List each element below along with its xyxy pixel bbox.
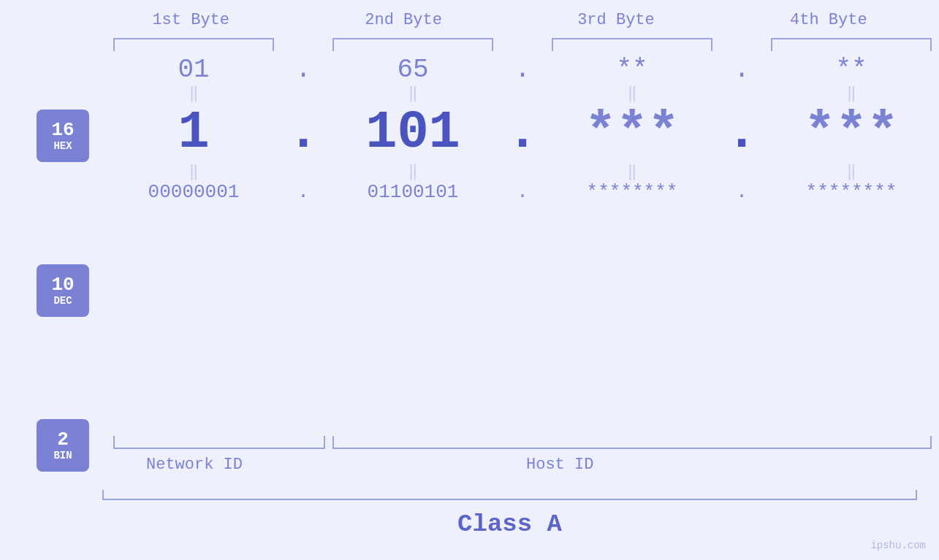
- byte-header-row: 1st Byte 2nd Byte 3rd Byte 4th Byte: [102, 11, 917, 29]
- class-label: Class A: [457, 510, 562, 538]
- eq1-b3: ‖: [541, 89, 723, 99]
- top-bracket-2: [332, 38, 493, 51]
- dot1-dec: .: [285, 103, 322, 163]
- bin-badge-label: BIN: [53, 450, 72, 461]
- eq2-b3: ‖: [541, 167, 723, 177]
- eq1-b2: ‖: [322, 89, 504, 99]
- byte4-bin-value: ********: [806, 181, 897, 203]
- dot1-bin: .: [285, 181, 322, 203]
- dot3-hex: .: [723, 55, 760, 85]
- badges-column: 16 HEX 10 DEC 2 BIN: [37, 110, 89, 472]
- byte1-bin-value: 00000001: [148, 181, 240, 203]
- byte2-bin-value: 01100101: [368, 181, 459, 203]
- bottom-bracket-network: [113, 436, 325, 449]
- bin-badge: 2 BIN: [37, 419, 89, 472]
- dot3-bin: .: [723, 181, 760, 203]
- eq2-b2: ‖: [322, 167, 504, 177]
- byte1-hex: 01: [102, 55, 285, 85]
- byte-label-2: 2nd Byte: [315, 11, 492, 29]
- dot2-bin: .: [504, 181, 541, 203]
- byte-label-3: 3rd Byte: [528, 11, 704, 29]
- network-id-label: Network ID: [146, 456, 243, 474]
- dec-badge-label: DEC: [53, 295, 72, 307]
- byte-label-4: 4th Byte: [740, 11, 917, 29]
- eq1-b4: ‖: [760, 89, 939, 99]
- host-id-label: Host ID: [526, 456, 593, 474]
- byte2-dec-value: 101: [365, 103, 460, 163]
- byte4-hex: **: [760, 55, 939, 85]
- watermark: ipshu.com: [870, 540, 926, 551]
- eq2-b1: ‖: [102, 167, 285, 177]
- byte4-dec: ***: [760, 103, 939, 163]
- bottom-bracket-host: [332, 436, 932, 449]
- byte1-dec: 1: [102, 103, 285, 163]
- dot2-hex: .: [504, 55, 541, 85]
- top-bracket-3: [552, 38, 712, 51]
- byte2-dec: 101: [322, 103, 504, 163]
- byte-label-1: 1st Byte: [102, 11, 279, 29]
- dot1-hex: .: [285, 55, 322, 85]
- byte4-dec-value: ***: [804, 103, 899, 163]
- top-bracket-1: [113, 38, 274, 51]
- byte1-hex-value: 01: [178, 55, 209, 85]
- main-container: 16 HEX 10 DEC 2 BIN 1st Byte 2nd Byte 3r…: [0, 0, 939, 560]
- byte2-hex: 65: [322, 55, 504, 85]
- dec-badge-number: 10: [51, 275, 74, 296]
- hex-badge: 16 HEX: [37, 110, 89, 162]
- data-grid: 01 . 65 . ** . ** ‖ ‖ ‖ ‖ 1: [102, 55, 917, 203]
- bottom-full-bracket: [102, 490, 917, 500]
- dot2-dec: .: [504, 103, 541, 163]
- dot3-dec: .: [723, 103, 760, 163]
- bin-badge-number: 2: [57, 429, 69, 450]
- hex-badge-label: HEX: [53, 140, 72, 152]
- dec-badge: 10 DEC: [37, 264, 89, 317]
- hex-badge-number: 16: [51, 120, 74, 141]
- byte3-hex: **: [541, 55, 723, 85]
- byte3-dec-value: ***: [585, 103, 680, 163]
- byte3-hex-value: **: [616, 55, 647, 85]
- eq1-b1: ‖: [102, 89, 285, 99]
- byte3-dec: ***: [541, 103, 723, 163]
- byte2-hex-value: 65: [397, 55, 428, 85]
- byte4-hex-value: **: [835, 55, 867, 85]
- byte1-dec-value: 1: [178, 103, 209, 163]
- top-bracket-4: [771, 38, 932, 51]
- byte4-bin: ********: [760, 181, 939, 203]
- layout-area: 1st Byte 2nd Byte 3rd Byte 4th Byte 01 .…: [102, 0, 917, 560]
- byte3-bin-value: ********: [587, 181, 678, 203]
- byte3-bin: ********: [541, 181, 723, 203]
- byte2-bin: 01100101: [322, 181, 504, 203]
- eq2-b4: ‖: [760, 167, 939, 177]
- byte1-bin: 00000001: [102, 181, 285, 203]
